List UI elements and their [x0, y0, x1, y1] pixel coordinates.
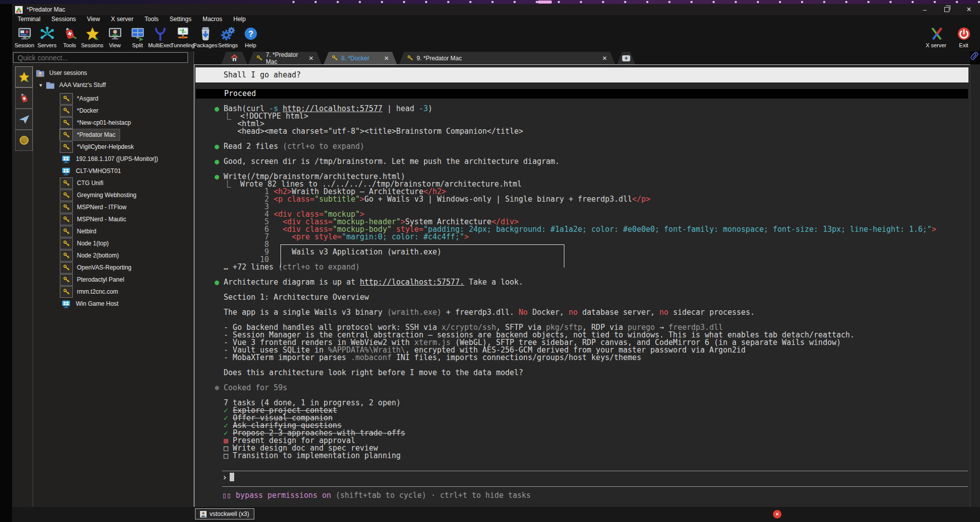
notification-close-icon[interactable]: ×	[773, 510, 781, 518]
toolbar-view-button[interactable]: View	[104, 24, 126, 48]
session-item-vigilcyber-helpdesk[interactable]: *VigilCyber-Helpdesk	[60, 141, 134, 152]
session-label: rmm.t2cnc.com	[77, 288, 118, 295]
terminal-line: <head><meta charset="utf-8"><title>Brain…	[215, 128, 936, 135]
rail-coin-icon	[18, 134, 30, 146]
tab-close-icon[interactable]: ✕	[379, 55, 389, 62]
menu-settings[interactable]: Settings	[164, 16, 197, 23]
folder-icon	[45, 80, 55, 90]
toolbar: SessionServersToolsSessionsViewSplitMult…	[12, 23, 980, 51]
assistant-question-band: Shall I go ahead?	[195, 67, 968, 82]
ssh-icon	[63, 216, 70, 223]
toolbar-sessions-button[interactable]: Sessions	[81, 24, 104, 48]
toolbar-packages-button[interactable]: Packages	[194, 24, 217, 48]
session-item-node-2-bottom[interactable]: Node 2(bottom)	[60, 250, 119, 261]
menu-terminal[interactable]: Terminal	[12, 16, 46, 23]
localhost-link[interactable]: http://localhost:57577.	[360, 278, 464, 287]
terminal-line: The app is a single Wails v3 binary (wra…	[215, 309, 936, 316]
tab-9-predator-mac[interactable]: 9. *Predator Mac✕	[399, 52, 615, 64]
toolbar-servers-button[interactable]: Servers	[36, 24, 58, 48]
rail-coin-tab[interactable]	[15, 130, 33, 151]
session-item-node-1-top[interactable]: Node 1(top)	[60, 238, 109, 249]
toolbar-settings-button[interactable]: Settings	[217, 24, 239, 48]
session-item-docker[interactable]: *Docker	[60, 105, 99, 116]
session-label: *Predator Mac	[77, 131, 116, 138]
session-item-predator-mac[interactable]: *Predator Mac	[60, 129, 120, 140]
tab-key-icon	[332, 55, 338, 61]
text-cursor[interactable]	[230, 473, 234, 481]
close-button[interactable]: ×	[958, 4, 980, 15]
chevron-down-icon[interactable]: ▾	[36, 82, 45, 89]
session-item-clt-vmhost01[interactable]: CLT-VMHOST01	[60, 165, 121, 177]
toolbar-label: X server	[926, 42, 946, 48]
terminal-line: Section 1: Architecture Overview	[215, 294, 936, 301]
terminal-line: ✻ Cooked for 59s	[215, 384, 936, 392]
toolbar-multiexec-button[interactable]: MultiExec	[149, 24, 171, 48]
ssh-key-icon	[60, 178, 73, 189]
toolbar-xserver-icon	[929, 24, 944, 41]
terminal-pane[interactable]: Shall I go ahead? Proceed ● Bash(curl -s…	[194, 64, 970, 507]
home-icon	[230, 54, 239, 62]
rail-plane-tab[interactable]	[15, 109, 33, 130]
session-item-ctg-unifi[interactable]: CTG Unifi	[60, 178, 104, 189]
home-tab[interactable]	[221, 52, 247, 64]
tree-root-user-sessions[interactable]: User sessions	[35, 67, 87, 78]
toolbar-right: X serverExit	[925, 24, 975, 48]
session-item-pterodactyl-panel[interactable]: Pterodactyl Panel	[60, 274, 124, 285]
ssh-key-icon	[60, 141, 73, 153]
toolbar-help-button[interactable]: ?Help	[239, 24, 262, 48]
session-item-win-game-host[interactable]: Win Game Host	[60, 298, 119, 309]
menu-view[interactable]: View	[81, 16, 106, 23]
menu-sessions[interactable]: Sessions	[46, 16, 81, 23]
toolbar-split-button[interactable]: Split	[126, 24, 149, 48]
tree-folder-aaa-vantzs-stuff[interactable]: ▾AAA Vantz's Stuff	[36, 79, 106, 91]
menu-tools[interactable]: Tools	[139, 16, 164, 23]
session-label: CTG Unifi	[77, 180, 104, 187]
session-item-rmm-t2cnc-com[interactable]: rmm.t2cnc.com	[60, 286, 118, 297]
toolbar-label: Settings	[218, 42, 238, 48]
rail-knife-tab[interactable]	[15, 88, 33, 109]
menu-macros[interactable]: Macros	[197, 16, 228, 23]
toolbar-session-button[interactable]: Session	[13, 24, 36, 48]
proceed-option[interactable]: Proceed	[196, 89, 968, 99]
toolbar-tools-button[interactable]: Tools	[58, 24, 81, 48]
menubar: TerminalSessionsViewX serverToolsSetting…	[12, 15, 980, 23]
menu-x-server[interactable]: X server	[106, 16, 139, 23]
tab-close-icon[interactable]: ✕	[304, 55, 314, 62]
session-item-greyming-webhosting[interactable]: Greyming Webhosting	[60, 190, 137, 201]
toolbar-label: Split	[132, 42, 143, 48]
ssh-icon	[63, 288, 70, 296]
quick-connect-input[interactable]	[13, 52, 188, 63]
tab-8-docker[interactable]: 8. *Docker✕	[324, 52, 397, 64]
session-item-new-cp01-heistacp[interactable]: *New-cp01-heistacp	[60, 117, 131, 128]
scrollbar-strip[interactable]	[970, 64, 980, 507]
rail-star-tab[interactable]	[15, 66, 33, 88]
session-item-mspnerd-itflow[interactable]: MSPNerd - ITFlow	[60, 202, 127, 213]
session-label: 192.168.1.107 ([UPS-Monitor])	[76, 155, 158, 162]
session-item-openvas-reporting[interactable]: OpenVAS-Reporting	[60, 262, 132, 273]
toolbar-exit-button[interactable]: Exit	[952, 24, 975, 48]
menu-help[interactable]: Help	[228, 16, 251, 23]
terminal-line: 7 <pre style="margin:0; color: #c4c4ff;"…	[215, 233, 936, 241]
ssh-icon	[63, 180, 70, 187]
restore-button[interactable]	[936, 4, 958, 15]
tab-close-icon[interactable]: ✕	[597, 55, 607, 62]
toolbar-tunneling-button[interactable]: Tunneling	[171, 24, 194, 48]
ssh-icon	[63, 264, 70, 272]
terminal-line	[215, 377, 936, 384]
session-label: Node 1(top)	[77, 240, 109, 247]
toolbar-x-server-button[interactable]: X server	[925, 24, 947, 48]
terminal-line: ● Bash(curl -s http://localhost:57577 | …	[215, 105, 936, 113]
terminal-line: ● Good, screen dir is /tmp/brainstorm. L…	[215, 158, 936, 165]
session-item-asgard[interactable]: *Asgard	[60, 93, 99, 104]
new-tab-button[interactable]: +	[617, 52, 635, 64]
session-item-netbird[interactable]: Netbird	[60, 226, 96, 237]
rdp-monitor-icon	[60, 154, 72, 164]
session-item-mspnerd-mautic[interactable]: MSPNerd - Mautic	[60, 214, 126, 225]
session-label: OpenVAS-Reporting	[77, 264, 132, 271]
minimize-button[interactable]: –	[914, 4, 936, 15]
session-item-192-168-1-107-ups-monitor[interactable]: 192.168.1.107 ([UPS-Monitor])	[60, 153, 158, 164]
paperclip-icon[interactable]	[969, 50, 978, 63]
toolbar-split-icon	[130, 24, 145, 41]
user-sessions-button[interactable]: vstockwell (x3)	[195, 508, 254, 519]
tab-7-predator-mac[interactable]: 7. *Predator Mac✕	[248, 52, 322, 64]
